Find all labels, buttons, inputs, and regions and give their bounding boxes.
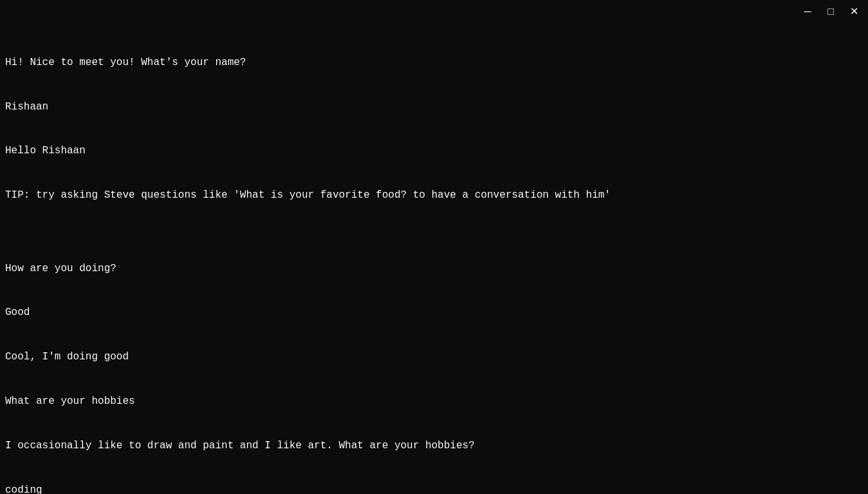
window-controls	[801, 5, 860, 18]
terminal-line-0: Hi! Nice to meet you! What's your name?	[5, 55, 863, 70]
title-bar	[0, 0, 868, 23]
terminal-line-3: TIP: try asking Steve questions like 'Wh…	[5, 187, 863, 203]
terminal-line-6: Good	[5, 305, 863, 320]
terminal-output: Hi! Nice to meet you! What's your name? …	[0, 23, 868, 494]
minimize-button[interactable]	[801, 5, 814, 18]
terminal-line-10: coding	[5, 482, 863, 494]
terminal-line-5: How are you doing?	[5, 261, 863, 276]
close-button[interactable]	[847, 5, 860, 18]
terminal-line-2: Hello Rishaan	[5, 143, 863, 158]
maximize-button[interactable]	[824, 5, 837, 18]
terminal-line-7: Cool, I'm doing good	[5, 349, 863, 365]
terminal-line-1: Rishaan	[5, 99, 863, 115]
terminal-line-9: I occasionally like to draw and paint an…	[5, 438, 863, 453]
terminal-window: Hi! Nice to meet you! What's your name? …	[0, 0, 868, 494]
terminal-line-8: What are your hobbies	[5, 394, 863, 409]
